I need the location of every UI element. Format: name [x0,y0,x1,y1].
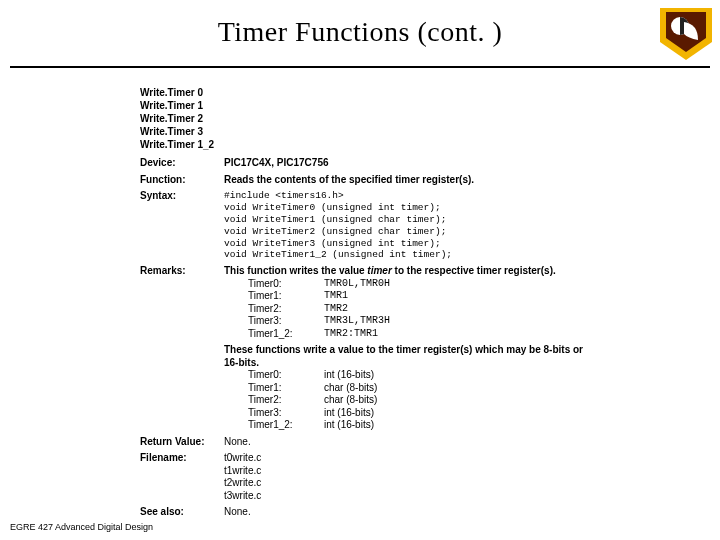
return-label: Return Value: [140,436,224,449]
reg-timer: Timer0: [248,278,324,291]
reg-name: TMR1 [324,290,590,303]
bit-type: int (16-bits) [324,369,590,382]
syntax-line: void WriteTimer3 (unsigned int timer); [224,238,590,250]
device-label: Device: [140,157,224,170]
bit-type: char (8-bits) [324,382,590,395]
remarks-label: Remarks: [140,265,224,432]
device-value: PIC17C4X, PIC17C756 [224,157,590,170]
reg-timer: Timer1_2: [248,328,324,341]
bit-timer: Timer1: [248,382,324,395]
filename-label: Filename: [140,452,224,502]
return-row: Return Value: None. [140,436,590,449]
fn-name: Write.Timer 1_2 [140,138,590,151]
device-row: Device: PIC17C4X, PIC17C756 [140,157,590,170]
remarks-text: This function writes the value timer to … [224,265,590,278]
remarks-text-i: timer [367,265,391,276]
reg-timer: Timer1: [248,290,324,303]
filename-item: t0write.c [224,452,590,465]
fn-name: Write.Timer 3 [140,125,590,138]
syntax-row: Syntax: #include <timers16.h> void Write… [140,190,590,261]
function-row: Function: Reads the contents of the spec… [140,174,590,187]
fn-name: Write.Timer 2 [140,112,590,125]
syntax-line: void WriteTimer2 (unsigned char timer); [224,226,590,238]
filename-item: t2write.c [224,477,590,490]
reg-name: TMR3L,TMR3H [324,315,590,328]
bit-type: char (8-bits) [324,394,590,407]
function-value: Reads the contents of the specified time… [224,174,590,187]
slide-footer: EGRE 427 Advanced Digital Design [10,522,153,532]
reg-timer: Timer3: [248,315,324,328]
bit-map: Timer0:int (16-bits) Timer1:char (8-bits… [224,369,590,432]
reg-map: Timer0:TMR0L,TMR0H Timer1:TMR1 Timer2:TM… [224,278,590,341]
bit-timer: Timer3: [248,407,324,420]
remarks-text-b: to the respective timer register(s). [392,265,556,276]
filename-item: t3write.c [224,490,590,503]
syntax-label: Syntax: [140,190,224,261]
bit-timer: Timer1_2: [248,419,324,432]
syntax-line: void WriteTimer0 (unsigned int timer); [224,202,590,214]
remarks-row: Remarks: This function writes the value … [140,265,590,432]
reg-name: TMR0L,TMR0H [324,278,590,291]
seealso-row: See also: None. [140,506,590,519]
reg-name: TMR2:TMR1 [324,328,590,341]
filename-row: Filename: t0write.c t1write.c t2write.c … [140,452,590,502]
title-rule [10,66,710,68]
syntax-line: #include <timers16.h> [224,190,590,202]
bit-timer: Timer0: [248,369,324,382]
seealso-value: None. [224,506,590,519]
fn-name: Write.Timer 1 [140,99,590,112]
bit-type: int (16-bits) [324,407,590,420]
filename-item: t1write.c [224,465,590,478]
remarks-text-a: This function writes the value [224,265,367,276]
page-title: Timer Functions (cont. ) [0,16,720,48]
fn-name: Write.Timer 0 [140,86,590,99]
bit-type: int (16-bits) [324,419,590,432]
reg-timer: Timer2: [248,303,324,316]
function-label: Function: [140,174,224,187]
return-value: None. [224,436,590,449]
syntax-line: void WriteTimer1 (unsigned char timer); [224,214,590,226]
bit-timer: Timer2: [248,394,324,407]
doc-excerpt: Write.Timer 0 Write.Timer 1 Write.Timer … [140,86,590,519]
remarks-text-2: These functions write a value to the tim… [224,344,590,369]
reg-name: TMR2 [324,303,590,316]
syntax-line: void WriteTimer1_2 (unsigned int timer); [224,249,590,261]
seealso-label: See also: [140,506,224,519]
corner-logo [660,8,712,60]
function-names: Write.Timer 0 Write.Timer 1 Write.Timer … [140,86,590,151]
